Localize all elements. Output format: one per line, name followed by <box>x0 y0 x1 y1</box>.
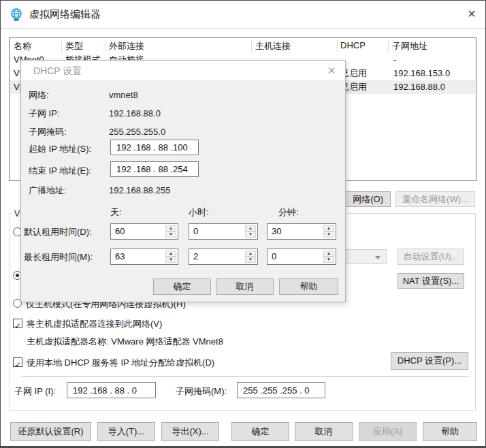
window-title: 虚拟网络编辑器 <box>29 8 101 21</box>
days-header: 天: <box>110 206 122 219</box>
virtual-network-editor-window: 虚拟网络编辑器 ✕ 名称 类型 外部连接 主机连接 DHCP 子网地址 VMne… <box>0 0 486 448</box>
dialog-titlebar: DHCP 设置 ✕ <box>21 61 345 81</box>
start-ip-label: 起始 IP 地址(S): <box>29 143 91 155</box>
default-lease-minutes-spinner[interactable]: 30 ▲ ▼ <box>267 223 336 240</box>
ok-button[interactable]: 确定 <box>231 422 289 441</box>
nat-settings-button[interactable]: NAT 设置(S)... <box>398 273 464 289</box>
dialog-help-button[interactable]: 帮助 <box>279 278 338 295</box>
cell-subnet: - <box>393 54 396 66</box>
dhcp-settings-dialog: DHCP 设置 ✕ 网络: vmnet8 子网 IP: 192.168.88.0… <box>20 60 346 302</box>
column-header-host[interactable]: 主机连接 <box>255 40 291 52</box>
spinner-value: 30 <box>272 226 281 236</box>
use-local-dhcp-label: 使用本地 DHCP 服务将 IP 地址分配给虚拟机(D) <box>27 357 214 369</box>
column-separator <box>251 39 252 52</box>
dialog-title: DHCP 设置 <box>33 65 82 78</box>
dialog-subnet-mask-label: 子网掩码: <box>29 126 67 138</box>
dialog-ok-button[interactable]: 确定 <box>153 278 211 295</box>
max-lease-days-spinner[interactable]: 63 ▲ ▼ <box>110 249 178 265</box>
hours-header: 小时: <box>189 206 209 219</box>
max-lease-hours-spinner[interactable]: 2 ▲ ▼ <box>189 249 258 265</box>
spin-up-icon[interactable]: ▲ <box>245 225 256 231</box>
spin-up-icon[interactable]: ▲ <box>165 251 176 257</box>
column-header-name[interactable]: 名称 <box>14 40 31 52</box>
dialog-subnet-ip-label: 子网 IP: <box>29 108 60 120</box>
column-separator <box>61 39 62 52</box>
max-lease-minutes-spinner[interactable]: 0 ▲ ▼ <box>267 249 336 265</box>
check-icon: ✓ <box>14 360 21 370</box>
dialog-close-icon[interactable]: ✕ <box>322 63 341 78</box>
spin-down-icon[interactable]: ▼ <box>245 257 256 263</box>
host-adapter-name-text: 主机虚拟适配器名称: VMware 网络适配器 VMnet8 <box>27 336 223 348</box>
minutes-header: 分钟: <box>278 206 299 219</box>
spin-down-icon[interactable]: ▼ <box>323 231 334 238</box>
chevron-down-icon <box>375 256 380 259</box>
dialog-subnet-ip-value: 192.168.88.0 <box>109 108 161 120</box>
spinner-value: 0 <box>272 251 276 261</box>
spin-down-icon[interactable]: ▼ <box>165 257 176 263</box>
default-lease-label: 默认租用时间(D): <box>24 226 92 238</box>
subnet-ip-input[interactable] <box>67 382 156 398</box>
spin-up-icon[interactable]: ▲ <box>323 251 334 257</box>
restore-defaults-button[interactable]: 还原默认设置(R) <box>10 422 91 441</box>
window-close-icon[interactable]: ✕ <box>459 5 484 23</box>
column-separator <box>105 39 106 52</box>
dialog-cancel-button[interactable]: 取消 <box>216 278 274 295</box>
spin-up-icon[interactable]: ▲ <box>323 225 334 231</box>
spin-up-icon[interactable]: ▲ <box>165 225 176 231</box>
check-icon: ✓ <box>14 321 21 331</box>
column-header-dhcp[interactable]: DHCP <box>340 40 366 52</box>
network-value: vmnet8 <box>109 89 138 101</box>
broadcast-label: 广播地址: <box>29 185 67 197</box>
network-globe-icon <box>10 7 23 22</box>
column-separator <box>337 39 338 52</box>
dialog-subnet-mask-value: 255.255.255.0 <box>109 126 165 138</box>
spin-down-icon[interactable]: ▼ <box>245 231 256 238</box>
window-titlebar: 虚拟网络编辑器 ✕ <box>1 1 485 29</box>
radio-dot <box>16 274 19 277</box>
dhcp-settings-button[interactable]: DHCP 设置(P)... <box>391 352 468 370</box>
group-separator <box>21 376 469 377</box>
export-button[interactable]: 导出(X)... <box>161 422 219 441</box>
network-label: 网络: <box>29 89 49 101</box>
spinner-value: 60 <box>115 226 125 236</box>
start-ip-input[interactable] <box>110 140 199 155</box>
cancel-button[interactable]: 取消 <box>295 422 353 441</box>
column-header-type[interactable]: 类型 <box>65 40 83 52</box>
default-lease-hours-spinner[interactable]: 0 ▲ ▼ <box>189 223 258 240</box>
cell-subnet: 192.168.153.0 <box>393 67 450 80</box>
max-lease-label: 最长租用时间(M): <box>24 251 93 263</box>
default-lease-days-spinner[interactable]: 60 ▲ ▼ <box>110 223 178 240</box>
spin-down-icon[interactable]: ▼ <box>323 257 334 263</box>
end-ip-label: 结束 IP 地址(E): <box>29 165 91 177</box>
spin-down-icon[interactable]: ▼ <box>165 231 176 238</box>
import-button[interactable]: 导入(T)... <box>97 422 155 441</box>
spinner-value: 2 <box>193 251 198 261</box>
subnet-mask-input[interactable] <box>237 382 325 398</box>
spinner-value: 0 <box>193 226 198 236</box>
column-separator <box>388 39 389 52</box>
subnet-ip-label: 子网 IP (I): <box>14 385 56 398</box>
column-header-external[interactable]: 外部连接 <box>109 40 144 52</box>
apply-button[interactable]: 应用(A) <box>359 422 417 441</box>
rename-network-button[interactable]: 重命名网络(W)... <box>395 191 475 207</box>
broadcast-value: 192.168.88.255 <box>109 185 170 197</box>
help-button[interactable]: 帮助 <box>423 422 477 441</box>
subnet-mask-label: 子网掩码(M): <box>176 385 227 398</box>
cell-subnet: 192.168.88.0 <box>393 81 445 93</box>
column-header-subnet[interactable]: 子网地址 <box>392 40 427 52</box>
use-local-dhcp-checkbox[interactable]: ✓ <box>13 357 22 367</box>
end-ip-input[interactable] <box>110 161 199 177</box>
spin-up-icon[interactable]: ▲ <box>245 251 256 257</box>
spinner-value: 63 <box>115 251 125 261</box>
connect-host-adapter-label: 将主机虚拟适配器连接到此网络(V) <box>27 318 162 330</box>
auto-settings-button[interactable]: 自动设置(U)... <box>398 249 464 265</box>
connect-host-adapter-checkbox[interactable]: ✓ <box>13 319 22 328</box>
